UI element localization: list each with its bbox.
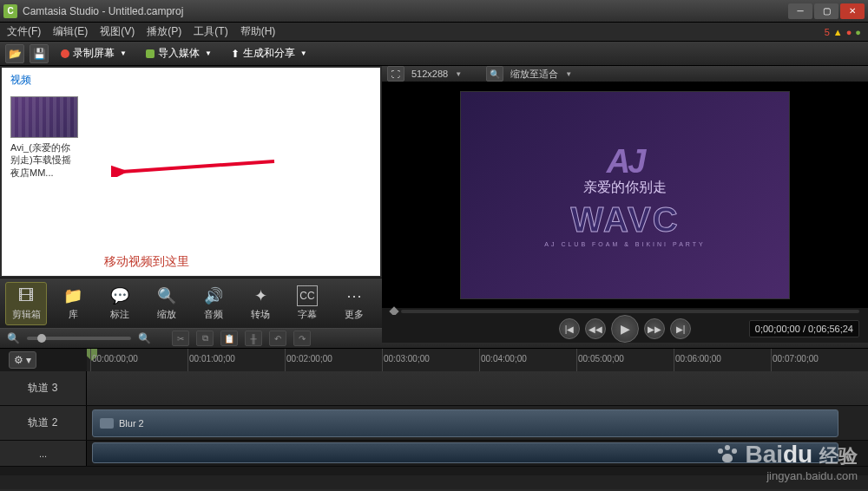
produce-icon: ⬆ [231,48,240,60]
scrub-bar[interactable] [382,308,868,315]
clipbin-tab-video[interactable]: 视频 [2,68,380,93]
drop-hint-text: 移动视频到这里 [104,254,189,270]
ruler-tick [90,349,91,371]
callout-icon: 💬 [109,285,130,306]
track-row: ... [0,441,868,467]
menu-edit[interactable]: 编辑(E) [53,24,88,39]
maximize-button[interactable]: ▢ [814,3,838,19]
zoom-mode-label: 缩放至适合 [510,68,558,81]
chevron-down-icon[interactable]: ▼ [455,70,462,78]
import-icon [146,49,155,58]
track-row: 轨道 3 [0,371,868,406]
tab-library[interactable]: 📁库 [52,282,94,325]
notification-indicator[interactable]: 5 ▲ ● ● [825,27,861,37]
zoom-icon: 🔍 [156,285,177,306]
track-label-3[interactable]: 轨道 3 [0,371,87,405]
open-button[interactable]: 📂 [5,44,24,63]
zoom-slider[interactable] [27,337,131,340]
track-label-2[interactable]: 轨道 2 [0,406,87,440]
tab-zoom[interactable]: 🔍缩放 [146,282,187,325]
ruler-tick-label: 00:07:00;00 [773,354,819,363]
chevron-down-icon: ▼ [120,49,127,57]
cut-button[interactable]: ✂ [172,331,189,346]
copy-button[interactable]: ⧉ [196,331,214,346]
ruler-tick-label: 00:00:00;00 [92,354,138,363]
tab-transitions[interactable]: ✦转场 [240,282,281,325]
ruler-tick [479,349,480,371]
clip-thumbnail[interactable]: Avi_(亲爱的你别走)车载慢摇夜店MM... [10,96,78,179]
zoom-slider-knob[interactable] [37,334,46,343]
ruler-tick-label: 00:06:00;00 [675,354,721,363]
ruler-tick [187,349,188,371]
notification-count: 5 [825,27,830,37]
ruler-tick-label: 00:03:00;00 [384,354,430,363]
ruler-tick [285,349,286,371]
ruler-tick [576,349,577,371]
transition-icon: ✦ [250,285,271,306]
tab-audio[interactable]: 🔊音频 [193,282,234,325]
tab-captions[interactable]: CC字幕 [286,282,328,325]
undo-button[interactable]: ↶ [269,331,286,346]
zoom-in-icon[interactable]: 🔍 [138,332,151,344]
produce-share-button[interactable]: ⬆ 生成和分享 ▼ [224,44,314,63]
clip-name: Blur 2 [119,418,144,429]
produce-label: 生成和分享 [243,46,295,61]
chevron-down-icon: ▼ [300,49,307,57]
timeline-settings-button[interactable]: ⚙ ▾ [9,351,36,369]
clip-icon [100,418,114,429]
timeline-clip[interactable]: Blur 2 [92,409,838,437]
ruler-tick-label: 00:04:00;00 [481,354,527,363]
import-label: 导入媒体 [158,46,200,61]
preview-toolbar: ⛶ 512x288 ▼ 🔍 缩放至适合 ▼ [382,66,868,82]
track-content[interactable] [87,441,868,466]
menu-help[interactable]: 帮助(H) [240,24,276,39]
clipbin-icon: 🎞 [16,285,36,306]
record-label: 录制屏幕 [73,46,115,61]
menu-file[interactable]: 文件(F) [7,24,41,39]
app-icon: C [3,4,17,18]
tab-more[interactable]: ⋯更多 [333,282,375,325]
window-title: Camtasia Studio - Untitled.camproj [23,5,788,17]
close-button[interactable]: ✕ [840,3,865,19]
video-brand: WAVC [570,200,679,239]
import-media-button[interactable]: 导入媒体 ▼ [139,44,219,63]
track-label-1[interactable]: ... [0,441,87,466]
next-clip-button[interactable]: ▶| [670,318,691,339]
paste-button[interactable]: 📋 [220,331,238,346]
step-back-button[interactable]: ◀◀ [585,318,606,339]
preview-panel: ⛶ 512x288 ▼ 🔍 缩放至适合 ▼ AJ 亲爱的你别走 WAVC AJ … [382,66,868,328]
tab-clipbin[interactable]: 🎞剪辑箱 [5,282,47,325]
caption-icon: CC [297,285,318,306]
fullscreen-button[interactable]: ⛶ [387,66,404,82]
save-button[interactable]: 💾 [30,44,49,63]
tab-callouts[interactable]: 💬标注 [99,282,141,325]
menubar: 文件(F) 编辑(E) 视图(V) 播放(P) 工具(T) 帮助(H) 5 ▲ … [0,23,868,42]
timeline-ruler[interactable]: 00:00:00;0000:01:00;0000:02:00;0000:03:0… [87,349,868,371]
prev-clip-button[interactable]: |◀ [559,318,580,339]
step-forward-button[interactable]: ▶▶ [644,318,665,339]
timeline-clip[interactable] [92,442,838,463]
play-button[interactable]: ▶ [611,315,639,343]
split-button[interactable]: ╫ [245,331,262,346]
more-icon: ⋯ [344,285,365,306]
zoom-mode-button[interactable]: 🔍 [486,66,503,82]
menu-play[interactable]: 播放(P) [147,24,181,39]
preview-video-frame: AJ 亲爱的你别走 WAVC AJ CLUB FOAM & BIKINI PAR… [460,91,790,299]
scrub-track[interactable] [401,310,859,313]
redo-button[interactable]: ↷ [293,331,311,346]
minimize-button[interactable]: ─ [788,3,812,19]
chevron-down-icon[interactable]: ▼ [565,70,572,78]
clip-bin: 视频 Avi_(亲爱的你别走)车载慢摇夜店MM... 移动视频到这里 [2,68,380,276]
alert-icon: ● [846,27,852,37]
menu-view[interactable]: 视图(V) [100,24,135,39]
ruler-tick [382,349,383,371]
preview-canvas[interactable]: AJ 亲爱的你别走 WAVC AJ CLUB FOAM & BIKINI PAR… [382,82,868,308]
left-panel: 视频 Avi_(亲爱的你别走)车载慢摇夜店MM... 移动视频到这里 🎞剪辑箱 … [0,66,382,328]
track-content[interactable]: Blur 2 [87,406,868,440]
timeline-tracks: 轨道 3 轨道 2 Blur 2 ... [0,371,868,489]
record-screen-button[interactable]: 录制屏幕 ▼ [54,44,134,63]
track-content[interactable] [87,371,868,405]
zoom-out-icon[interactable]: 🔍 [7,332,20,344]
annotation-arrow [111,160,276,177]
menu-tools[interactable]: 工具(T) [194,24,227,39]
